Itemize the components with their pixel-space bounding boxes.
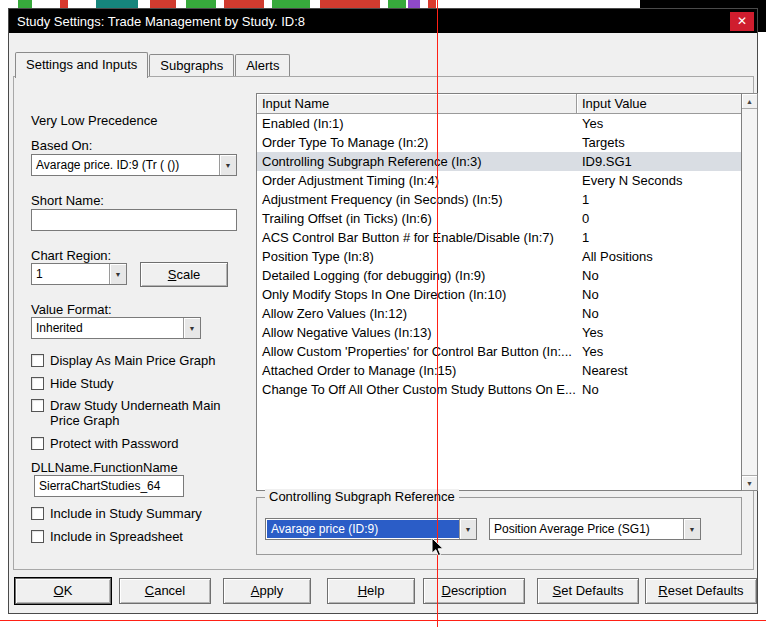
tab-subgraphs[interactable]: Subgraphs xyxy=(149,54,234,76)
input-name-cell: Order Type To Manage (In:2) xyxy=(257,133,577,152)
cancel-button-label: Cancel xyxy=(120,579,210,603)
scale-button[interactable]: Scale xyxy=(140,262,228,287)
checkbox-box[interactable] xyxy=(31,377,44,390)
checkbox-box[interactable] xyxy=(31,399,44,412)
apply-button-label: Apply xyxy=(224,579,310,603)
study-reference-select[interactable]: Avarage price (ID:9) ▼ xyxy=(265,518,477,540)
checkbox-box[interactable] xyxy=(31,354,44,367)
column-header-input-name[interactable]: Input Name xyxy=(257,94,577,114)
cancel-button[interactable]: Cancel xyxy=(119,578,211,604)
set-defaults-button[interactable]: Set Defaults xyxy=(537,578,639,604)
checkbox-include-in-study-summary[interactable]: Include in Study Summary xyxy=(31,506,251,521)
scroll-up-button[interactable]: ▲ xyxy=(742,94,757,109)
checkbox-hide-study[interactable]: Hide Study xyxy=(31,376,251,391)
dll-function-input[interactable] xyxy=(34,475,184,497)
reset-defaults-button-label: Reset Defaults xyxy=(646,579,756,603)
groupbox-title: Controlling Subgraph Reference xyxy=(265,489,459,504)
based-on-label: Based On: xyxy=(31,138,92,153)
dll-function-label: DLLName.FunctionName xyxy=(31,460,178,475)
table-row-selected[interactable]: Controlling Subgraph Reference (In:3) ID… xyxy=(257,152,741,171)
table-row[interactable]: Change To Off All Other Custom Study But… xyxy=(257,380,741,399)
ok-button[interactable]: OK xyxy=(15,578,111,604)
input-value-cell: Every N Seconds xyxy=(577,171,741,190)
input-name-cell: ACS Control Bar Button # for Enable/Disa… xyxy=(257,228,577,247)
close-icon: ✕ xyxy=(737,14,747,28)
checkbox-label: Draw Study Underneath Main Price Graph xyxy=(50,398,231,428)
short-name-input[interactable] xyxy=(31,209,237,231)
based-on-select[interactable]: Avarage price. ID:9 (Tr ( ()) ▼ xyxy=(31,154,237,176)
help-button[interactable]: Help xyxy=(327,578,415,604)
input-value-cell: No xyxy=(577,285,741,304)
checkbox-box[interactable] xyxy=(31,507,44,520)
table-row[interactable]: Order Adjustment Timing (In:4) Every N S… xyxy=(257,171,741,190)
scroll-down-icon: ▼ xyxy=(746,480,753,487)
dropdown-arrow-glyph: ▼ xyxy=(189,325,196,332)
input-name-cell: Change To Off All Other Custom Study But… xyxy=(257,380,577,399)
table-row[interactable]: Trailing Offset (in Ticks) (In:6) 0 xyxy=(257,209,741,228)
table-row[interactable]: Only Modify Stops In One Direction (In:1… xyxy=(257,285,741,304)
table-row[interactable]: Attached Order to Manage (In:15) Nearest xyxy=(257,361,741,380)
input-name-cell: Order Adjustment Timing (In:4) xyxy=(257,171,577,190)
chevron-down-icon[interactable]: ▼ xyxy=(183,318,200,338)
scroll-down-button[interactable]: ▼ xyxy=(742,475,757,490)
tab-alerts[interactable]: Alerts xyxy=(235,54,290,76)
description-button[interactable]: Description xyxy=(423,578,525,604)
value-format-select[interactable]: Inherited ▼ xyxy=(31,317,201,339)
checkbox-label: Hide Study xyxy=(50,376,114,391)
dialog-title: Study Settings: Trade Management by Stud… xyxy=(17,14,730,29)
inputs-table-header: Input Name Input Value xyxy=(257,94,741,114)
close-button[interactable]: ✕ xyxy=(730,12,754,31)
table-row[interactable]: ACS Control Bar Button # for Enable/Disa… xyxy=(257,228,741,247)
input-name-cell: Allow Negative Values (In:13) xyxy=(257,323,577,342)
scroll-up-icon: ▲ xyxy=(746,98,753,105)
input-value-cell: No xyxy=(577,266,741,285)
chart-region-value: 1 xyxy=(32,264,109,284)
input-value-cell: 1 xyxy=(577,228,741,247)
input-name-cell: Enabled (In:1) xyxy=(257,114,577,133)
table-scrollbar[interactable]: ▲ ▼ xyxy=(742,93,758,491)
chevron-down-icon[interactable]: ▼ xyxy=(219,155,236,175)
checkbox-label: Display As Main Price Graph xyxy=(50,353,215,368)
chevron-down-icon[interactable]: ▼ xyxy=(109,264,126,284)
reset-defaults-button[interactable]: Reset Defaults xyxy=(645,578,757,604)
subgraph-reference-select[interactable]: Position Average Price (SG1) ▼ xyxy=(489,518,701,540)
chart-region-select[interactable]: 1 ▼ xyxy=(31,263,127,285)
checkbox-protect-with-password[interactable]: Protect with Password xyxy=(31,436,251,451)
table-row[interactable]: Allow Negative Values (In:13) Yes xyxy=(257,323,741,342)
input-value-cell: 1 xyxy=(577,190,741,209)
table-row[interactable]: Adjustment Frequency (in Seconds) (In:5)… xyxy=(257,190,741,209)
chevron-down-icon[interactable]: ▼ xyxy=(459,519,476,539)
checkbox-display-as-main-price-graph[interactable]: Display As Main Price Graph xyxy=(31,353,251,368)
table-row[interactable]: Allow Zero Values (In:12) No xyxy=(257,304,741,323)
checkbox-label: Protect with Password xyxy=(50,436,179,451)
checkbox-box[interactable] xyxy=(31,437,44,450)
input-value-cell: Yes xyxy=(577,323,741,342)
table-row[interactable]: Enabled (In:1) Yes xyxy=(257,114,741,133)
column-header-input-value[interactable]: Input Value xyxy=(577,94,741,114)
input-name-cell: Adjustment Frequency (in Seconds) (In:5) xyxy=(257,190,577,209)
checkbox-box[interactable] xyxy=(31,530,44,543)
checkbox-draw-study-underneath[interactable]: Draw Study Underneath Main Price Graph xyxy=(31,398,231,428)
chevron-down-icon[interactable]: ▼ xyxy=(683,519,700,539)
subgraph-reference-value: Position Average Price (SG1) xyxy=(490,519,683,539)
tab-bar: Settings and Inputs Subgraphs Alerts xyxy=(15,51,291,77)
apply-button[interactable]: Apply xyxy=(223,578,311,604)
inputs-table: Input Name Input Value Enabled (In:1) Ye… xyxy=(256,93,742,491)
set-defaults-button-label: Set Defaults xyxy=(538,579,638,603)
input-value-cell: Yes xyxy=(577,342,741,361)
input-value-cell: All Positions xyxy=(577,247,741,266)
table-row[interactable]: Allow Custom 'Properties' for Control Ba… xyxy=(257,342,741,361)
checkbox-label: Include in Spreadsheet xyxy=(50,529,183,544)
tab-settings-and-inputs[interactable]: Settings and Inputs xyxy=(15,52,148,78)
crosshair-horizontal-line xyxy=(0,620,766,621)
input-name-cell: Detailed Logging (for debugging) (In:9) xyxy=(257,266,577,285)
dialog-titlebar[interactable]: Study Settings: Trade Management by Stud… xyxy=(9,9,757,33)
table-row[interactable]: Order Type To Manage (In:2) Targets xyxy=(257,133,741,152)
table-row[interactable]: Detailed Logging (for debugging) (In:9) … xyxy=(257,266,741,285)
checkbox-include-in-spreadsheet[interactable]: Include in Spreadsheet xyxy=(31,529,251,544)
input-name-cell: Controlling Subgraph Reference (In:3) xyxy=(257,152,577,171)
input-name-cell: Position Type (In:8) xyxy=(257,247,577,266)
table-row[interactable]: Position Type (In:8) All Positions xyxy=(257,247,741,266)
dropdown-arrow-glyph: ▼ xyxy=(225,162,232,169)
crosshair-vertical-line xyxy=(437,0,438,627)
